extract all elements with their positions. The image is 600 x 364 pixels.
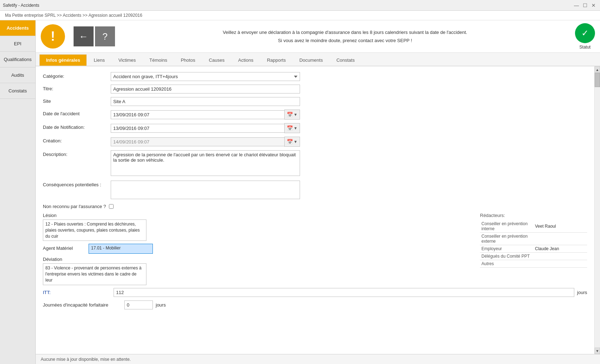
scrollbar-down[interactable]: ▼ [595, 348, 600, 354]
tab-actions[interactable]: Actions [231, 54, 260, 66]
titlebar-controls: — ☐ ✕ [573, 2, 597, 9]
titre-input[interactable] [111, 85, 300, 93]
main-area: ! ← ? Veillez à envoyer une déclaration … [36, 20, 600, 364]
status-bar: Aucune mise à jour disponible, mise en a… [36, 354, 600, 364]
status-label: Statut [579, 45, 590, 50]
agent-materiel-section: Agent Matériel 17.01 - Mobilier [43, 244, 473, 254]
scrollbar-thumb[interactable] [595, 73, 600, 87]
categorie-select[interactable]: Accident non grave, ITT+4jours [111, 72, 300, 81]
tabs: Infos générales Liens Victimes Témoins P… [36, 53, 600, 66]
titre-label: Titre: [43, 85, 111, 91]
journees-label: Journées d'incapacité forfaitaire [43, 302, 121, 308]
itt-unit: jours [577, 290, 587, 295]
journees-unit: jours [156, 302, 166, 308]
tab-liens[interactable]: Liens [87, 54, 111, 66]
tab-causes[interactable]: Causes [202, 54, 231, 66]
sidebar-item-epi[interactable]: EPI [0, 36, 35, 52]
sidebar-item-audits[interactable]: Audits [0, 67, 35, 83]
scrollbar: ▲ ▼ [594, 66, 600, 354]
deviation-value: 83 - Violence - provenant de personnes e… [43, 263, 146, 285]
app-container: Ma Petite entreprise SPRL >> Accidents >… [0, 11, 600, 364]
date-accident-control: 📅▼ [111, 110, 587, 120]
right-col: Rédacteurs: Conseiller en prévention int… [480, 213, 587, 288]
two-col-section: Lésion 12 - Plaies ouvertes : Comprend l… [43, 213, 587, 288]
consequences-row: Conséquences potentielles : [43, 181, 587, 200]
consequences-label: Conséquences potentielles : [43, 181, 111, 187]
redacteur-role-2: Employeur [480, 245, 534, 253]
redacteurs-table: Conseiller en prévention interne Veet Ra… [480, 220, 587, 268]
categorie-label: Catégorie: [43, 72, 111, 79]
sidebar-item-constats[interactable]: Constats [0, 83, 35, 99]
scrollbar-up[interactable]: ▲ [595, 66, 600, 73]
creation-input[interactable] [111, 137, 284, 146]
redacteurs-title: Rédacteurs: [480, 213, 587, 218]
table-row: Conseiller en prévention externe [480, 233, 587, 245]
tab-photos[interactable]: Photos [174, 54, 202, 66]
consequences-textarea[interactable] [111, 181, 300, 199]
warning-line2: Si vous avez le moindre doute, prenez co… [121, 36, 569, 45]
non-reconnu-label: Non reconnu par l'assurance ? [43, 204, 106, 209]
redacteur-name-4 [534, 260, 587, 268]
date-notification-label: Date de Notification: [43, 123, 111, 130]
itt-row: ITT: jours [43, 288, 587, 297]
tab-constats[interactable]: Constats [330, 54, 361, 66]
creation-row: Création: 📅▼ [43, 137, 587, 147]
description-label: Description: [43, 150, 111, 157]
tab-victimes[interactable]: Victimes [111, 54, 142, 66]
description-row: Description: [43, 150, 587, 177]
sidebar: Accidents EPI Qualifications Audits Cons… [0, 20, 36, 364]
description-control [111, 150, 587, 177]
tab-infos-generales[interactable]: Infos générales [39, 54, 87, 66]
site-row: Site Site A [43, 97, 587, 106]
titre-control [111, 85, 587, 93]
journees-row: Journées d'incapacité forfaitaire jours [43, 300, 587, 309]
titlebar-title: Safetify - Accidents [3, 3, 39, 8]
redacteur-name-2: Claude Jean [534, 245, 587, 253]
table-row: Délégués du Comité PPT [480, 253, 587, 260]
tab-rapports[interactable]: Rapports [260, 54, 292, 66]
agent-materiel-value[interactable]: 17.01 - Mobilier [89, 244, 153, 254]
tab-documents[interactable]: Documents [292, 54, 330, 66]
left-col: Lésion 12 - Plaies ouvertes : Comprend l… [43, 213, 473, 288]
creation-picker[interactable]: 📅▼ [284, 137, 300, 147]
date-accident-row: Date de l'accident 📅▼ [43, 110, 587, 120]
titlebar: Safetify - Accidents — ☐ ✕ [0, 0, 600, 11]
deviation-section: Déviation 83 - Violence - provenant de p… [43, 257, 473, 285]
lesion-label: Lésion [43, 213, 473, 218]
creation-control: 📅▼ [111, 137, 587, 147]
categorie-control: Accident non grave, ITT+4jours [111, 72, 587, 81]
back-button[interactable]: ← [74, 26, 94, 46]
redacteur-role-1: Conseiller en prévention externe [480, 233, 534, 245]
content-wrapper: Accidents EPI Qualifications Audits Cons… [0, 20, 600, 364]
agent-materiel-label: Agent Matériel [43, 246, 86, 251]
description-textarea[interactable] [111, 150, 300, 176]
date-accident-input[interactable] [111, 110, 284, 119]
redacteur-role-4: Autres [480, 260, 534, 268]
redacteur-name-1 [534, 233, 587, 245]
tab-temoins[interactable]: Témoins [142, 54, 174, 66]
journees-input[interactable] [124, 300, 153, 309]
maximize-button[interactable]: ☐ [581, 2, 589, 9]
table-row: Employeur Claude Jean [480, 245, 587, 253]
form-area: Catégorie: Accident non grave, ITT+4jour… [36, 66, 594, 354]
warning-line1: Veillez à envoyer une déclaration à la c… [121, 28, 569, 36]
date-notification-picker[interactable]: 📅▼ [284, 123, 300, 133]
date-notification-row: Date de Notification: 📅▼ [43, 123, 587, 133]
categorie-row: Catégorie: Accident non grave, ITT+4jour… [43, 72, 587, 81]
warning-text: Veillez à envoyer une déclaration à la c… [121, 28, 569, 45]
non-reconnu-checkbox[interactable] [109, 204, 114, 209]
redacteur-role-0: Conseiller en prévention interne [480, 220, 534, 233]
site-control: Site A [111, 97, 587, 106]
sidebar-item-qualifications[interactable]: Qualifications [0, 52, 35, 67]
itt-input[interactable] [114, 288, 574, 297]
itt-label: ITT: [43, 290, 111, 295]
creation-label: Création: [43, 137, 111, 143]
sidebar-item-accidents[interactable]: Accidents [0, 20, 35, 36]
date-notification-input[interactable] [111, 124, 284, 133]
help-button[interactable]: ? [95, 26, 115, 46]
close-button[interactable]: ✕ [590, 2, 597, 9]
lesion-value: 12 - Plaies ouvertes : Comprend les déch… [43, 219, 146, 241]
titre-row: Titre: [43, 85, 587, 93]
date-accident-picker[interactable]: 📅▼ [284, 110, 300, 120]
minimize-button[interactable]: — [573, 2, 580, 9]
